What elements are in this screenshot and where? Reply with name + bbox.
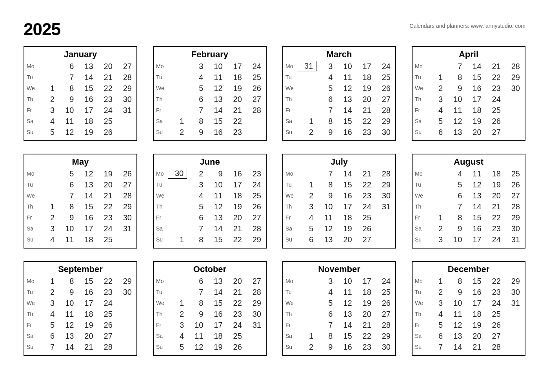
- weekday-label: Fr: [285, 320, 297, 330]
- day-cell: 28: [116, 72, 135, 82]
- day-cell: 3: [297, 201, 316, 212]
- day-cell: [168, 94, 187, 104]
- day-cell: 16: [77, 212, 96, 223]
- day-cell: [116, 342, 135, 352]
- day-cell: 19: [226, 83, 245, 93]
- day-cell: 3: [316, 61, 336, 71]
- day-cell: 29: [504, 72, 523, 82]
- day-cell: 30: [504, 83, 523, 93]
- day-cell: 15: [77, 276, 96, 286]
- weekday-label: Th: [155, 201, 168, 212]
- day-cell: 14: [336, 320, 355, 330]
- day-cell: [504, 94, 523, 104]
- day-cell: 11: [446, 105, 465, 115]
- day-cell: 22: [485, 276, 504, 286]
- day-cell: 21: [226, 223, 245, 234]
- calendar-grid: JanuaryMo6132027Tu7142128We18152229Th291…: [24, 46, 525, 356]
- day-cell: 23: [96, 287, 116, 297]
- day-cell: 6: [316, 309, 336, 319]
- day-cell: 2: [297, 191, 316, 201]
- day-cell: [297, 94, 316, 104]
- month-body: Mo7142128Tu18152229We29162330Th3101724Fr…: [414, 61, 523, 137]
- day-cell: [168, 276, 187, 286]
- weekday-label: We: [155, 298, 168, 308]
- day-cell: 14: [77, 191, 96, 201]
- weekday-label: Th: [414, 201, 427, 212]
- day-cell: 18: [77, 234, 96, 245]
- day-cell: 2: [168, 127, 187, 137]
- day-cell: 25: [245, 191, 264, 201]
- day-cell: 17: [355, 61, 374, 71]
- day-cell: 26: [374, 298, 394, 308]
- day-cell: [168, 61, 187, 71]
- day-cell: 4: [38, 309, 58, 319]
- day-cell: 19: [485, 180, 504, 190]
- day-cell: 1: [427, 276, 446, 286]
- day-cell: 26: [116, 169, 135, 179]
- day-cell: [297, 298, 316, 308]
- day-cell: 30: [504, 223, 523, 234]
- weekday-label: Tu: [26, 180, 38, 190]
- day-cell: 9: [58, 287, 77, 297]
- day-cell: 9: [446, 223, 465, 234]
- day-cell: 15: [465, 276, 484, 286]
- day-cell: 30: [374, 342, 394, 352]
- weekday-label: Su: [414, 127, 427, 137]
- day-cell: 12: [58, 320, 77, 330]
- day-cell: 22: [355, 116, 374, 126]
- month-body: Mo3101724Tu4111825We5121926Th6132027Fr71…: [155, 61, 264, 137]
- day-cell: 20: [485, 191, 504, 201]
- day-cell: 11: [58, 234, 77, 245]
- day-cell: 13: [206, 276, 225, 286]
- weekday-label: Tu: [414, 287, 427, 297]
- weekday-label: Sa: [414, 116, 427, 126]
- day-cell: 19: [77, 127, 96, 137]
- day-cell: 9: [58, 94, 77, 104]
- day-cell: 15: [206, 234, 225, 245]
- day-cell: 21: [226, 287, 245, 297]
- day-cell: 25: [485, 309, 504, 319]
- weekday-label: Fr: [414, 105, 427, 115]
- day-cell: [116, 309, 135, 319]
- day-cell: 4: [446, 169, 465, 179]
- day-cell: [38, 72, 58, 82]
- day-cell: 31: [116, 223, 135, 234]
- weekday-label: Su: [155, 234, 168, 245]
- day-cell: 13: [446, 127, 465, 137]
- day-cell: 6: [58, 61, 77, 71]
- day-cell: 4: [187, 191, 206, 201]
- day-cell: 9: [187, 127, 206, 137]
- day-cell: 8: [58, 276, 77, 286]
- day-cell: [504, 127, 523, 137]
- day-cell: 21: [226, 105, 245, 115]
- day-cell: 15: [206, 298, 225, 308]
- weekday-label: Mo: [26, 61, 38, 71]
- month-december: DecemberMo18152229Tu29162330We310172431T…: [412, 261, 525, 356]
- day-cell: 6: [446, 191, 465, 201]
- day-cell: 19: [355, 83, 374, 93]
- weekday-label: Sa: [285, 223, 297, 234]
- weekday-label: Fr: [26, 105, 38, 115]
- day-cell: 10: [58, 298, 77, 308]
- day-cell: 26: [355, 223, 374, 234]
- day-cell: 10: [336, 61, 355, 71]
- day-cell: 16: [465, 83, 484, 93]
- day-cell: 20: [96, 180, 116, 190]
- day-cell: [116, 320, 135, 330]
- weekday-label: We: [285, 83, 297, 93]
- day-cell: 31: [297, 61, 316, 71]
- day-cell: 8: [187, 298, 206, 308]
- weekday-label: Su: [414, 234, 427, 245]
- day-cell: 24: [96, 105, 116, 115]
- weekday-label: Th: [26, 309, 38, 319]
- day-cell: 1: [38, 276, 58, 286]
- day-cell: 24: [485, 298, 504, 308]
- weekday-label: Mo: [26, 276, 38, 286]
- weekday-label: Fr: [414, 320, 427, 330]
- month-name: February: [155, 49, 264, 60]
- weekday-label: Su: [285, 234, 297, 245]
- weekday-label: Su: [155, 342, 168, 352]
- weekday-label: We: [414, 191, 427, 201]
- month-name: August: [414, 157, 523, 167]
- day-cell: 17: [355, 276, 374, 286]
